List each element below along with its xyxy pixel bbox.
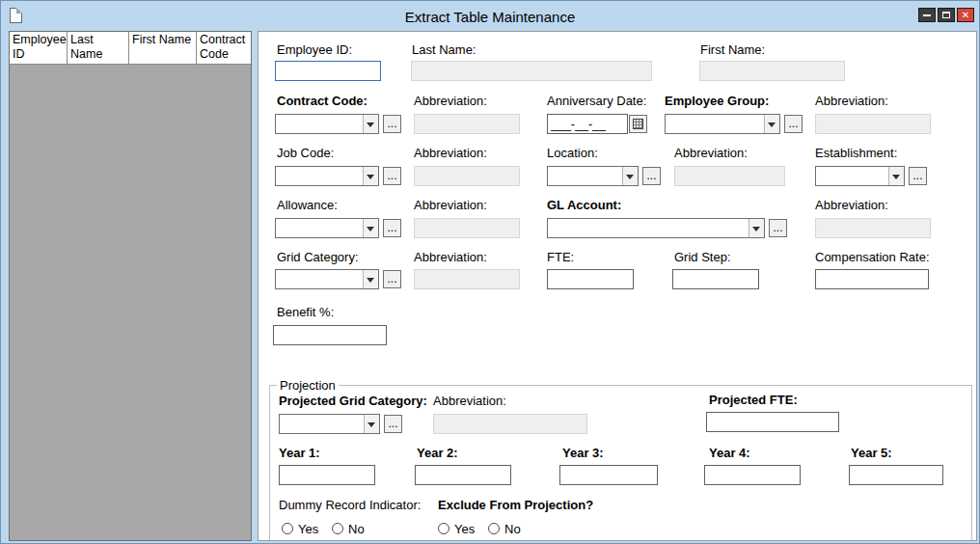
year3-input[interactable] xyxy=(559,465,658,485)
chevron-down-icon xyxy=(368,422,375,431)
employee-id-input[interactable] xyxy=(275,61,381,81)
compensation-rate-label: Compensation Rate: xyxy=(815,250,930,264)
allowance-label: Allowance: xyxy=(277,198,338,212)
last-name-label: Last Name: xyxy=(412,42,476,57)
column-header-last-name: Last Name xyxy=(68,32,129,65)
gl-account-abbreviation-field xyxy=(815,218,931,238)
column-header-first-name: First Name xyxy=(129,32,197,65)
allowance-browse-button[interactable]: ... xyxy=(383,219,401,237)
grid-category-select[interactable] xyxy=(275,269,379,289)
grid-step-input[interactable] xyxy=(672,269,759,289)
chevron-down-icon xyxy=(367,278,374,286)
exclude-from-projection-label: Exclude From Projection? xyxy=(438,498,593,512)
employee-list-header: Employee ID Last Name First Name Contrac… xyxy=(10,32,251,65)
year1-label: Year 1: xyxy=(279,446,320,460)
establishment-select[interactable] xyxy=(815,166,905,186)
year4-input[interactable] xyxy=(704,465,801,485)
chevron-down-icon xyxy=(768,122,776,131)
anniversary-date-input[interactable] xyxy=(547,114,628,134)
dummy-record-no-radio[interactable] xyxy=(332,523,343,534)
employee-group-browse-button[interactable]: ... xyxy=(784,115,803,133)
benefit-percent-input[interactable] xyxy=(273,325,387,345)
establishment-label: Establishment: xyxy=(815,146,897,160)
anniversary-date-label: Anniversary Date: xyxy=(547,94,646,108)
abbreviation-label: Abbreviation: xyxy=(414,146,487,160)
column-header-contract-code: Contract Code xyxy=(197,32,251,65)
exclude-projection-no-radio[interactable] xyxy=(488,523,500,534)
job-code-browse-button[interactable]: ... xyxy=(383,167,401,185)
abbreviation-label: Abbreviation: xyxy=(414,94,487,108)
year2-input[interactable] xyxy=(415,465,511,485)
job-code-select[interactable] xyxy=(275,166,379,186)
chevron-down-icon xyxy=(367,227,374,235)
year5-input[interactable] xyxy=(849,465,943,485)
year2-label: Year 2: xyxy=(417,446,458,460)
grid-category-browse-button[interactable]: ... xyxy=(383,270,401,288)
contract-code-abbreviation-field xyxy=(414,114,520,134)
dummy-record-yes-label: Yes xyxy=(298,522,318,536)
exclude-projection-yes-radio[interactable] xyxy=(438,523,449,534)
fte-label: FTE: xyxy=(547,250,574,264)
maximize-icon xyxy=(942,12,950,18)
projected-fte-input[interactable] xyxy=(706,412,839,432)
dummy-record-no-label: No xyxy=(348,522,365,536)
first-name-field xyxy=(699,61,845,81)
employee-group-abbreviation-field xyxy=(815,114,931,134)
allowance-select[interactable] xyxy=(275,218,379,238)
abbreviation-label: Abbreviation: xyxy=(414,250,487,264)
window-title: Extract Table Maintenance xyxy=(1,9,979,25)
chevron-down-icon xyxy=(752,227,760,235)
anniversary-date-picker-button[interactable] xyxy=(629,115,647,133)
projected-grid-category-browse-button[interactable]: ... xyxy=(384,415,402,433)
gl-account-label: GL Account: xyxy=(547,198,621,212)
last-name-field xyxy=(411,61,652,81)
minimize-button[interactable] xyxy=(918,8,936,22)
grid-category-label: Grid Category: xyxy=(277,250,359,264)
year4-label: Year 4: xyxy=(709,446,750,460)
fte-input[interactable] xyxy=(547,269,634,289)
location-abbreviation-field xyxy=(674,166,785,186)
projected-grid-category-select[interactable] xyxy=(279,414,380,434)
job-code-abbreviation-field xyxy=(414,166,520,186)
grid-category-abbreviation-field xyxy=(414,269,520,289)
projected-fte-label: Projected FTE: xyxy=(709,393,798,407)
chevron-down-icon xyxy=(367,122,374,131)
dummy-record-indicator-label: Dummy Record Indicator: xyxy=(279,498,421,512)
employee-list-body[interactable] xyxy=(10,65,251,540)
extract-form: Employee ID: Last Name: First Name: Cont… xyxy=(258,31,977,541)
gl-account-select[interactable] xyxy=(547,218,765,238)
year5-label: Year 5: xyxy=(851,446,892,460)
exclude-projection-yes-label: Yes xyxy=(454,522,475,536)
gl-account-browse-button[interactable]: ... xyxy=(769,219,787,237)
contract-code-select[interactable] xyxy=(275,114,379,134)
employee-group-label: Employee Group: xyxy=(665,94,769,108)
abbreviation-label: Abbreviation: xyxy=(815,198,888,212)
location-browse-button[interactable]: ... xyxy=(642,167,661,185)
maximize-button[interactable] xyxy=(938,8,955,22)
establishment-browse-button[interactable]: ... xyxy=(909,167,927,185)
exclude-projection-no-label: No xyxy=(504,522,521,536)
employee-list-panel: Employee ID Last Name First Name Contrac… xyxy=(9,31,252,541)
dummy-record-yes-radio[interactable] xyxy=(282,523,293,534)
projection-group xyxy=(269,385,972,541)
employee-id-label: Employee ID: xyxy=(277,42,352,57)
employee-group-select[interactable] xyxy=(665,114,780,134)
benefit-percent-label: Benefit %: xyxy=(277,305,334,319)
year1-input[interactable] xyxy=(279,465,375,485)
projected-grid-category-label: Projected Grid Category: xyxy=(279,394,427,408)
chevron-down-icon xyxy=(892,175,900,183)
calendar-icon xyxy=(633,119,643,129)
grid-step-label: Grid Step: xyxy=(674,250,731,264)
minimize-icon xyxy=(923,14,931,16)
location-select[interactable] xyxy=(547,166,639,186)
compensation-rate-input[interactable] xyxy=(815,269,929,289)
column-header-employee-id: Employee ID xyxy=(10,32,68,65)
close-button[interactable]: ✕ xyxy=(957,8,974,22)
contract-code-label: Contract Code: xyxy=(277,94,368,108)
projection-legend: Projection xyxy=(277,378,339,393)
abbreviation-label: Abbreviation: xyxy=(674,146,748,160)
abbreviation-label: Abbreviation: xyxy=(815,94,888,108)
titlebar: Extract Table Maintenance ✕ xyxy=(1,1,979,31)
projected-grid-category-abbreviation-field xyxy=(433,414,587,434)
contract-code-browse-button[interactable]: ... xyxy=(383,115,401,133)
